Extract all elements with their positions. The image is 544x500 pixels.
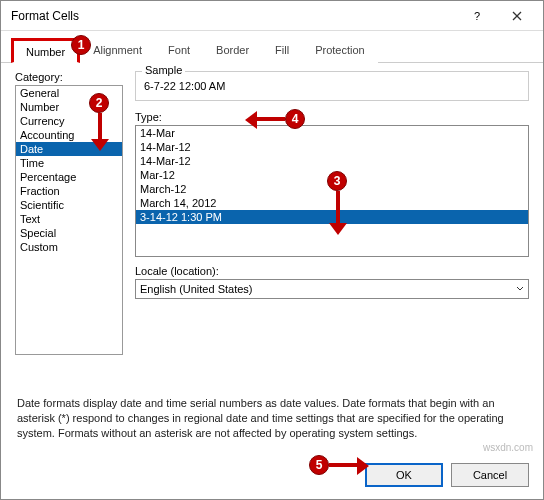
list-item[interactable]: Currency <box>16 114 122 128</box>
ok-button[interactable]: OK <box>365 463 443 487</box>
arrow-down-icon <box>91 139 109 151</box>
list-item[interactable]: 14-Mar-12 <box>136 140 528 154</box>
type-list[interactable]: 14-Mar 14-Mar-12 14-Mar-12 Mar-12 March-… <box>135 125 529 257</box>
annotation-arrow <box>336 191 340 225</box>
arrow-left-icon <box>245 111 257 129</box>
svg-marker-6 <box>357 457 369 475</box>
tab-border[interactable]: Border <box>203 38 262 63</box>
locale-label: Locale (location): <box>135 265 529 277</box>
annotation-badge: 2 <box>89 93 109 113</box>
tab-alignment[interactable]: Alignment <box>80 38 155 63</box>
svg-marker-4 <box>329 223 347 235</box>
chevron-down-icon <box>516 283 524 295</box>
annotation-badge: 3 <box>327 171 347 191</box>
svg-text:?: ? <box>474 11 480 21</box>
category-label: Category: <box>15 71 123 83</box>
annotation-arrow <box>98 113 102 141</box>
svg-marker-5 <box>245 111 257 129</box>
arrow-down-icon <box>329 223 347 235</box>
button-row: OK Cancel <box>365 463 529 487</box>
tab-protection[interactable]: Protection <box>302 38 378 63</box>
svg-marker-3 <box>91 139 109 151</box>
list-item[interactable]: Scientific <box>16 198 122 212</box>
sample-value: 6-7-22 12:00 AM <box>144 78 520 94</box>
tab-font[interactable]: Font <box>155 38 203 63</box>
sample-label: Sample <box>142 64 185 76</box>
watermark: wsxdn.com <box>483 442 533 453</box>
help-button[interactable]: ? <box>457 2 497 30</box>
list-item[interactable]: Text <box>16 212 122 226</box>
annotation-arrow <box>329 463 359 467</box>
locale-value: English (United States) <box>140 283 253 295</box>
titlebar: Format Cells ? <box>1 1 543 31</box>
tab-number[interactable]: Number <box>11 38 80 63</box>
list-item[interactable]: Time <box>16 156 122 170</box>
category-list[interactable]: General Number Currency Accounting Date … <box>15 85 123 355</box>
list-item[interactable]: Percentage <box>16 170 122 184</box>
sample-group: Sample 6-7-22 12:00 AM <box>135 71 529 101</box>
list-item[interactable]: Custom <box>16 240 122 254</box>
list-item[interactable]: Special <box>16 226 122 240</box>
annotation-badge: 5 <box>309 455 329 475</box>
annotation-badge: 1 <box>71 35 91 55</box>
list-item[interactable]: 14-Mar-12 <box>136 154 528 168</box>
annotation-arrow <box>255 117 285 121</box>
locale-dropdown[interactable]: English (United States) <box>135 279 529 299</box>
list-item[interactable]: Fraction <box>16 184 122 198</box>
tab-fill[interactable]: Fill <box>262 38 302 63</box>
list-item[interactable]: March 14, 2012 <box>136 196 528 210</box>
arrow-right-icon <box>357 457 369 475</box>
list-item[interactable]: 14-Mar <box>136 126 528 140</box>
annotation-badge: 4 <box>285 109 305 129</box>
close-button[interactable] <box>497 2 537 30</box>
cancel-button[interactable]: Cancel <box>451 463 529 487</box>
description-text: Date formats display date and time seria… <box>17 396 527 441</box>
window-title: Format Cells <box>11 9 457 23</box>
list-item[interactable]: 3-14-12 1:30 PM <box>136 210 528 224</box>
type-label: Type: <box>135 111 529 123</box>
format-cells-dialog: Format Cells ? Number Alignment Font Bor… <box>0 0 544 500</box>
